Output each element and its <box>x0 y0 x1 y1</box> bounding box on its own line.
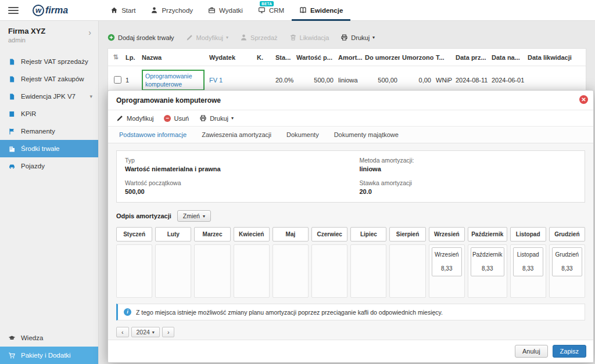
modify-button[interactable]: Modyfikuj ▾ <box>186 34 228 41</box>
brand-logo-text: firma <box>45 5 68 16</box>
next-year-button[interactable]: › <box>162 327 175 337</box>
nav-item-przychody[interactable]: Przychody <box>143 0 200 21</box>
month-cell[interactable] <box>116 244 152 298</box>
col-header-k[interactable]: K. <box>255 54 273 61</box>
sidebar-item-pojazdy[interactable]: Pojazdy <box>0 157 98 175</box>
sidebar-item-wiedza[interactable]: Wiedza <box>0 329 98 347</box>
tool-label: Usuń <box>174 115 189 122</box>
change-button[interactable]: Zmień ▾ <box>177 210 211 222</box>
row-checkbox[interactable] <box>114 76 121 84</box>
modal-footer: Anuluj Zapisz <box>108 340 593 362</box>
modal-modify-button[interactable]: Modyfikuj <box>116 114 153 122</box>
month-cell[interactable] <box>234 244 270 298</box>
print-button[interactable]: Drukuj ▾ <box>340 34 375 41</box>
info-icon: i <box>124 308 131 316</box>
caret-down-icon: ▾ <box>372 35 375 40</box>
month-cell[interactable] <box>155 244 191 298</box>
nav-item-crm[interactable]: BETA CRM <box>250 0 292 21</box>
sidebar-item-ewidencja-jpk[interactable]: Ewidencja JPK V7 ▾ <box>0 88 98 105</box>
tile-value: 8,33 <box>433 265 460 272</box>
cart-icon <box>8 352 16 359</box>
file-icon <box>8 93 16 100</box>
sidebar-item-label: KPiR <box>21 110 36 117</box>
year-dropdown[interactable]: 2024 ▾ <box>131 327 160 337</box>
col-header-stawka[interactable]: Sta... <box>273 54 294 61</box>
col-header-nazwa[interactable]: Nazwa <box>139 54 207 61</box>
nav-item-wydatki[interactable]: Wydatki <box>200 0 250 21</box>
nav-label: Przychody <box>162 7 193 14</box>
nav-item-ewidencje[interactable]: Ewidencje <box>292 0 350 21</box>
sidebar-item-kpir[interactable]: KPiR <box>0 105 98 122</box>
car-icon <box>8 163 16 170</box>
sidebar-item-srodki-trwale[interactable]: Środki trwałe <box>0 140 98 157</box>
nav-label: Start <box>121 7 135 14</box>
month-cell[interactable]: Listopad 8,33 <box>510 244 546 298</box>
month-cell[interactable] <box>389 244 425 298</box>
modal-print-button[interactable]: Drukuj ▾ <box>199 114 234 122</box>
tab-zawieszenia-amortyzacji[interactable]: Zawieszenia amortyzacji <box>194 127 279 143</box>
month-cell[interactable]: Grudzień 8,33 <box>549 244 585 298</box>
sidebar-item-label: Rejestr VAT sprzedaży <box>21 58 88 65</box>
modal-delete-button[interactable]: − Usuń <box>164 115 189 122</box>
graduation-cap-icon <box>8 334 16 342</box>
add-asset-button[interactable]: Dodaj środek trwały <box>107 34 174 41</box>
tab-dokumenty[interactable]: Dokumenty <box>279 127 327 143</box>
table-header-row: ⇅ Lp. Nazwa Wydatek K. Sta... Wartość p.… <box>108 49 586 66</box>
col-header-amortyzacja[interactable]: Amort... <box>336 54 363 61</box>
col-header-wydatek[interactable]: Wydatek <box>207 54 255 61</box>
month-cell[interactable]: Październik 8,33 <box>468 244 507 298</box>
company-switcher[interactable]: Firma XYZ admin › <box>0 21 98 48</box>
nav-item-start[interactable]: Start <box>103 0 143 21</box>
trash-icon <box>289 34 297 41</box>
col-header-lp[interactable]: Lp. <box>123 54 139 61</box>
month-header: Październik <box>468 227 507 242</box>
sidebar-item-rejestr-vat-sprzedazy[interactable]: Rejestr VAT sprzedaży <box>0 53 98 70</box>
col-header-wartosc[interactable]: Wartość p... <box>294 54 336 61</box>
sidebar-item-remanenty[interactable]: Remanenty <box>0 122 98 140</box>
col-header-data-prz[interactable]: Data prz... <box>453 54 489 61</box>
sell-button[interactable]: Sprzedaż <box>240 34 277 41</box>
month-cell[interactable] <box>311 244 347 298</box>
close-icon[interactable]: ✕ <box>579 95 588 104</box>
col-header-typ[interactable]: T... <box>433 54 453 61</box>
col-header-do-umorzenia[interactable]: Do umorzen... <box>363 54 400 61</box>
hamburger-menu-icon[interactable] <box>8 5 19 16</box>
tab-dokumenty-majatkowe[interactable]: Dokumenty majątkowe <box>327 127 406 143</box>
prev-year-button[interactable]: ‹ <box>116 327 129 337</box>
pencil-icon <box>116 114 124 122</box>
expense-link[interactable]: FV 1 <box>209 77 223 84</box>
amortization-section-label: Odpis amortyzacji <box>116 212 171 219</box>
col-header-umorzono[interactable]: Umorzono <box>400 54 433 61</box>
tab-podstawowe-informacje[interactable]: Podstawowe informacje <box>112 127 194 143</box>
brand-logo[interactable]: w firma <box>33 5 68 16</box>
liquidation-button[interactable]: Likwidacja <box>289 34 329 41</box>
tool-label: Drukuj <box>351 34 370 41</box>
sidebar-item-pakiety-i-dodatki[interactable]: Pakiety i Dodatki <box>0 347 98 364</box>
col-header-data-likwidacji[interactable]: Data likwidacji <box>525 54 586 61</box>
home-icon <box>110 6 118 14</box>
col-header-data-na[interactable]: Data na... <box>489 54 525 61</box>
amortization-tile[interactable]: Grudzień 8,33 <box>552 247 582 276</box>
amortization-tile[interactable]: Październik 8,33 <box>471 247 504 276</box>
tile-value: 8,33 <box>554 265 580 272</box>
person-icon <box>240 34 248 41</box>
person-icon <box>150 6 158 14</box>
asset-detail-modal: Oprogramowanie komputerowe ✕ Modyfikuj −… <box>107 90 594 363</box>
amortization-tile[interactable]: Wrzesień 8,33 <box>432 247 462 276</box>
tool-label: Dodaj środek trwały <box>118 34 174 41</box>
month-cell[interactable] <box>273 244 309 298</box>
asset-name-link[interactable]: Oprogramowanie komputerowe <box>142 70 205 91</box>
month-cell[interactable]: Wrzesień 8,33 <box>429 244 465 298</box>
field-value: 500,00 <box>125 188 342 195</box>
field-value: liniowa <box>360 165 577 172</box>
month-header: Listopad <box>510 227 546 242</box>
nav-label: Wydatki <box>219 7 243 14</box>
month-header: Grudzień <box>549 227 585 242</box>
save-button[interactable]: Zapisz <box>553 345 586 358</box>
amortization-tile[interactable]: Listopad 8,33 <box>513 247 543 276</box>
month-cell[interactable] <box>194 244 230 298</box>
cancel-button[interactable]: Anuluj <box>515 345 548 358</box>
sort-icon[interactable]: ⇅ <box>108 53 123 61</box>
sidebar-item-rejestr-vat-zakupow[interactable]: Rejestr VAT zakupów <box>0 70 98 88</box>
month-cell[interactable] <box>350 244 386 298</box>
